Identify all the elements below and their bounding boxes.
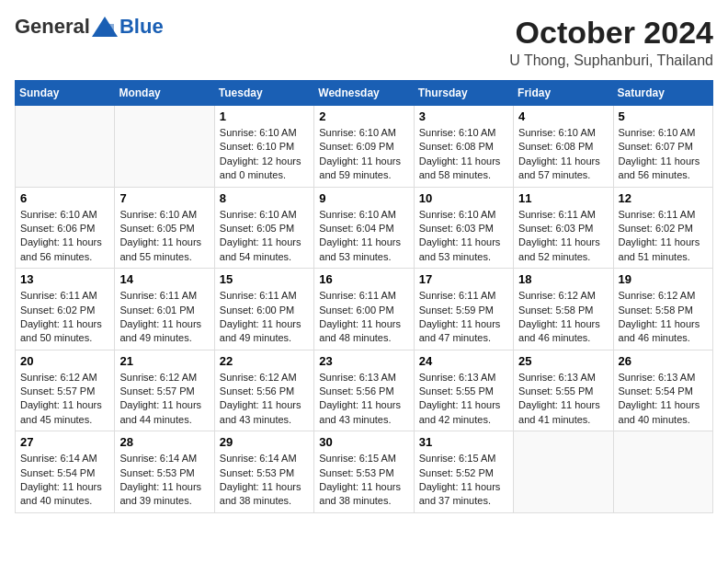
cell-daylight-info: Sunrise: 6:14 AMSunset: 5:53 PMDaylight:… (220, 452, 309, 509)
calendar-cell: 24Sunrise: 6:13 AMSunset: 5:55 PMDayligh… (414, 350, 513, 431)
day-number: 1 (220, 109, 309, 123)
calendar-header-row: SundayMondayTuesdayWednesdayThursdayFrid… (16, 81, 713, 106)
day-number: 10 (419, 191, 508, 205)
calendar-cell: 28Sunrise: 6:14 AMSunset: 5:53 PMDayligh… (115, 431, 214, 513)
calendar-cell: 18Sunrise: 6:12 AMSunset: 5:58 PMDayligh… (514, 269, 613, 350)
cell-daylight-info: Sunrise: 6:10 AMSunset: 6:04 PMDaylight:… (319, 208, 408, 265)
cell-daylight-info: Sunrise: 6:14 AMSunset: 5:54 PMDaylight:… (20, 452, 109, 509)
cell-daylight-info: Sunrise: 6:13 AMSunset: 5:55 PMDaylight:… (419, 371, 508, 428)
day-number: 5 (619, 109, 708, 123)
logo-blue-text: Blue (119, 15, 164, 39)
calendar-cell: 12Sunrise: 6:11 AMSunset: 6:02 PMDayligh… (613, 187, 712, 269)
calendar-week-row: 1Sunrise: 6:10 AMSunset: 6:10 PMDaylight… (16, 106, 713, 188)
calendar-cell (613, 431, 712, 513)
day-number: 8 (220, 191, 309, 205)
title-block: October 2024 U Thong, Suphanburi, Thaila… (509, 15, 713, 69)
cell-daylight-info: Sunrise: 6:11 AMSunset: 6:02 PMDaylight:… (619, 208, 708, 265)
calendar-cell: 23Sunrise: 6:13 AMSunset: 5:56 PMDayligh… (314, 350, 414, 431)
day-number: 25 (518, 354, 608, 368)
calendar-cell (16, 106, 115, 188)
calendar-cell: 29Sunrise: 6:14 AMSunset: 5:53 PMDayligh… (214, 431, 313, 513)
cell-daylight-info: Sunrise: 6:10 AMSunset: 6:06 PMDaylight:… (20, 208, 109, 265)
cell-daylight-info: Sunrise: 6:11 AMSunset: 6:03 PMDaylight:… (518, 208, 608, 265)
cell-daylight-info: Sunrise: 6:10 AMSunset: 6:10 PMDaylight:… (220, 126, 309, 183)
cell-daylight-info: Sunrise: 6:15 AMSunset: 5:52 PMDaylight:… (419, 452, 508, 509)
cell-daylight-info: Sunrise: 6:13 AMSunset: 5:56 PMDaylight:… (319, 371, 408, 428)
day-number: 30 (319, 435, 408, 449)
cell-daylight-info: Sunrise: 6:11 AMSunset: 6:00 PMDaylight:… (220, 289, 309, 346)
calendar-cell: 25Sunrise: 6:13 AMSunset: 5:55 PMDayligh… (514, 350, 613, 431)
calendar-cell: 31Sunrise: 6:15 AMSunset: 5:52 PMDayligh… (414, 431, 513, 513)
calendar-cell: 11Sunrise: 6:11 AMSunset: 6:03 PMDayligh… (514, 187, 613, 269)
calendar-cell: 6Sunrise: 6:10 AMSunset: 6:06 PMDaylight… (16, 187, 115, 269)
calendar-cell (514, 431, 613, 513)
calendar-week-row: 6Sunrise: 6:10 AMSunset: 6:06 PMDaylight… (16, 187, 713, 269)
day-number: 29 (220, 435, 309, 449)
calendar-cell: 14Sunrise: 6:11 AMSunset: 6:01 PMDayligh… (115, 269, 214, 350)
cell-daylight-info: Sunrise: 6:14 AMSunset: 5:53 PMDaylight:… (119, 452, 209, 509)
calendar-cell: 30Sunrise: 6:15 AMSunset: 5:53 PMDayligh… (314, 431, 414, 513)
day-number: 6 (20, 191, 109, 205)
calendar-table: SundayMondayTuesdayWednesdayThursdayFrid… (15, 80, 713, 513)
day-number: 7 (119, 191, 209, 205)
weekday-header-friday: Friday (514, 81, 613, 106)
day-number: 12 (619, 191, 708, 205)
cell-daylight-info: Sunrise: 6:11 AMSunset: 6:00 PMDaylight:… (319, 289, 408, 346)
calendar-cell: 3Sunrise: 6:10 AMSunset: 6:08 PMDaylight… (414, 106, 513, 188)
cell-daylight-info: Sunrise: 6:10 AMSunset: 6:05 PMDaylight:… (119, 208, 209, 265)
cell-daylight-info: Sunrise: 6:10 AMSunset: 6:08 PMDaylight:… (518, 126, 608, 183)
cell-daylight-info: Sunrise: 6:12 AMSunset: 5:57 PMDaylight:… (20, 371, 109, 428)
day-number: 2 (319, 109, 408, 123)
day-number: 21 (119, 354, 209, 368)
calendar-week-row: 27Sunrise: 6:14 AMSunset: 5:54 PMDayligh… (16, 431, 713, 513)
day-number: 15 (220, 272, 309, 286)
cell-daylight-info: Sunrise: 6:13 AMSunset: 5:54 PMDaylight:… (619, 371, 708, 428)
weekday-header-thursday: Thursday (414, 81, 513, 106)
day-number: 14 (119, 272, 209, 286)
day-number: 17 (419, 272, 508, 286)
day-number: 18 (518, 272, 608, 286)
calendar-week-row: 13Sunrise: 6:11 AMSunset: 6:02 PMDayligh… (16, 269, 713, 350)
day-number: 20 (20, 354, 109, 368)
calendar-cell: 9Sunrise: 6:10 AMSunset: 6:04 PMDaylight… (314, 187, 414, 269)
day-number: 9 (319, 191, 408, 205)
calendar-cell: 2Sunrise: 6:10 AMSunset: 6:09 PMDaylight… (314, 106, 414, 188)
calendar-week-row: 20Sunrise: 6:12 AMSunset: 5:57 PMDayligh… (16, 350, 713, 431)
day-number: 23 (319, 354, 408, 368)
calendar-cell: 20Sunrise: 6:12 AMSunset: 5:57 PMDayligh… (16, 350, 115, 431)
calendar-cell: 17Sunrise: 6:11 AMSunset: 5:59 PMDayligh… (414, 269, 513, 350)
cell-daylight-info: Sunrise: 6:13 AMSunset: 5:55 PMDaylight:… (518, 371, 608, 428)
day-number: 3 (419, 109, 508, 123)
day-number: 26 (619, 354, 708, 368)
day-number: 11 (518, 191, 608, 205)
calendar-body: 1Sunrise: 6:10 AMSunset: 6:10 PMDaylight… (16, 106, 713, 513)
day-number: 4 (518, 109, 608, 123)
calendar-cell: 27Sunrise: 6:14 AMSunset: 5:54 PMDayligh… (16, 431, 115, 513)
weekday-header-saturday: Saturday (613, 81, 712, 106)
calendar-cell: 10Sunrise: 6:10 AMSunset: 6:03 PMDayligh… (414, 187, 513, 269)
cell-daylight-info: Sunrise: 6:15 AMSunset: 5:53 PMDaylight:… (319, 452, 408, 509)
day-number: 16 (319, 272, 408, 286)
cell-daylight-info: Sunrise: 6:12 AMSunset: 5:56 PMDaylight:… (220, 371, 309, 428)
calendar-cell: 26Sunrise: 6:13 AMSunset: 5:54 PMDayligh… (613, 350, 712, 431)
cell-daylight-info: Sunrise: 6:10 AMSunset: 6:08 PMDaylight:… (419, 126, 508, 183)
calendar-cell: 7Sunrise: 6:10 AMSunset: 6:05 PMDaylight… (115, 187, 214, 269)
cell-daylight-info: Sunrise: 6:11 AMSunset: 6:02 PMDaylight:… (20, 289, 109, 346)
cell-daylight-info: Sunrise: 6:10 AMSunset: 6:05 PMDaylight:… (220, 208, 309, 265)
cell-daylight-info: Sunrise: 6:11 AMSunset: 6:01 PMDaylight:… (119, 289, 209, 346)
calendar-cell: 5Sunrise: 6:10 AMSunset: 6:07 PMDaylight… (613, 106, 712, 188)
day-number: 19 (619, 272, 708, 286)
day-number: 28 (119, 435, 209, 449)
day-number: 24 (419, 354, 508, 368)
weekday-header-tuesday: Tuesday (214, 81, 313, 106)
calendar-cell: 8Sunrise: 6:10 AMSunset: 6:05 PMDaylight… (214, 187, 313, 269)
location-title: U Thong, Suphanburi, Thailand (509, 52, 713, 69)
page-header: General Blue October 2024 U Thong, Supha… (15, 15, 713, 69)
logo: General Blue (15, 15, 164, 39)
day-number: 22 (220, 354, 309, 368)
cell-daylight-info: Sunrise: 6:12 AMSunset: 5:58 PMDaylight:… (518, 289, 608, 346)
cell-daylight-info: Sunrise: 6:12 AMSunset: 5:57 PMDaylight:… (119, 371, 209, 428)
day-number: 27 (20, 435, 109, 449)
weekday-header-monday: Monday (115, 81, 214, 106)
cell-daylight-info: Sunrise: 6:10 AMSunset: 6:03 PMDaylight:… (419, 208, 508, 265)
